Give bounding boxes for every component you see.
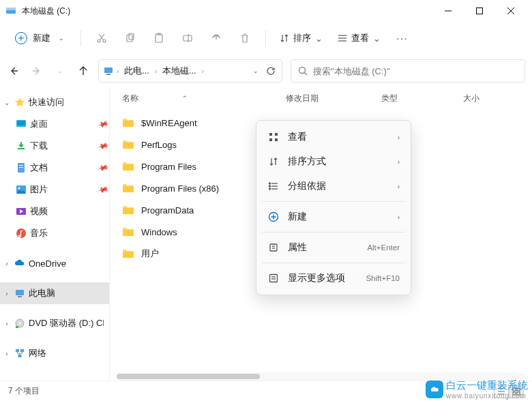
column-header-size[interactable]: 大小 [463,93,518,104]
watermark: 白云一键重装系统 www.baiyunxitong.com [426,379,528,400]
svg-rect-38 [269,133,272,136]
column-header-date[interactable]: 修改日期 [286,93,381,104]
svg-point-19 [299,68,306,74]
file-name: $WinREAgent [141,118,197,128]
music-icon [15,227,27,239]
sidebar-item-onedrive[interactable]: › OneDrive [0,252,109,274]
cut-button[interactable] [89,26,114,50]
file-list-pane: 名称⌃ 修改日期 类型 大小 $WinREAgentPerfLogsProgra… [109,87,532,381]
maximize-button[interactable] [464,0,495,22]
desktop-icon [15,118,27,130]
svg-rect-8 [127,35,132,42]
sidebar-item-label: DVD 驱动器 (D:) CP [29,317,104,329]
ctx-properties[interactable]: 属性 Alt+Enter [261,235,407,260]
sort-indicator-icon: ⌃ [182,95,188,102]
folder-icon [122,138,134,151]
pc-icon [14,287,26,299]
sidebar-item-network[interactable]: › 网络 [0,342,109,364]
address-dropdown[interactable]: ⌄ [253,68,258,74]
scrollbar-thumb[interactable] [117,374,260,379]
shortcut-text: Alt+Enter [367,243,400,252]
column-header-name[interactable]: 名称⌃ [122,93,286,104]
column-headers: 名称⌃ 修改日期 类型 大小 [110,87,532,109]
cloud-icon [14,257,26,269]
close-button[interactable] [495,0,527,22]
videos-icon [15,205,27,218]
group-icon [267,180,280,192]
view-button[interactable]: 查看 ⌄ [332,29,386,47]
sidebar-item-this-pc[interactable]: › 此电脑 [0,282,109,304]
sidebar-item-label: 此电脑 [29,287,55,299]
more-options-icon [267,272,280,284]
sidebar-item-label: 下载 [30,140,48,152]
svg-rect-31 [18,296,22,297]
chevron-right-icon: › [398,158,400,166]
chevron-down-icon: ⌄ [315,33,323,44]
pin-icon: 📌 [97,118,109,130]
sort-button[interactable]: 排序 ⌄ [274,29,328,47]
pin-icon: 📌 [97,162,109,174]
network-icon [14,347,26,359]
sidebar-item-documents[interactable]: 文档 📌 [0,157,109,179]
window-titlebar: 本地磁盘 (C:) [0,0,532,22]
svg-point-47 [269,188,271,190]
ctx-sort[interactable]: 排序方式 › [261,149,407,174]
share-button[interactable] [204,26,228,50]
svg-rect-36 [20,349,24,352]
ellipsis-icon: ··· [397,33,409,44]
context-menu: 查看 › 排序方式 › 分组依据 › 新建 › 属性 [256,120,411,295]
sidebar-item-label: 文档 [30,162,48,174]
sidebar-item-quick-access[interactable]: ⌄ 快速访问 [0,91,109,113]
copy-button[interactable] [118,26,143,50]
search-bar[interactable] [291,59,525,83]
sidebar-item-music[interactable]: 音乐 [0,222,109,244]
refresh-button[interactable] [264,64,278,78]
sidebar-item-videos[interactable]: 视频 [0,200,109,222]
breadcrumb-item[interactable]: 此电... [121,64,151,78]
delete-button[interactable] [233,26,257,50]
sidebar-item-desktop[interactable]: 桌面 📌 [0,113,109,135]
ctx-group[interactable]: 分组依据 › [261,174,407,198]
up-button[interactable] [76,64,90,78]
rename-button[interactable] [175,26,200,50]
folder-icon [122,160,134,173]
window-title: 本地磁盘 (C:) [22,5,432,17]
pictures-icon [15,183,27,196]
minimize-button[interactable] [432,0,464,22]
recent-button[interactable]: ⌄ [53,64,67,78]
back-button[interactable] [7,64,20,78]
search-input[interactable] [313,66,518,76]
chevron-right-icon: › [117,68,119,75]
sort-icon [267,155,280,168]
separator [80,30,81,46]
sidebar-item-label: 快速访问 [29,96,64,108]
navigation-row: ⌄ › 此电... › 本地磁... › ⌄ [0,55,532,87]
ctx-view[interactable]: 查看 › [261,125,407,149]
chevron-right-icon: › [398,183,400,190]
folder-icon [122,182,134,194]
address-bar[interactable]: › 此电... › 本地磁... › ⌄ [98,59,282,83]
plus-circle-icon [15,32,27,44]
ctx-more-options[interactable]: 显示更多选项 Shift+F10 [261,266,407,291]
file-name: Program Files (x86) [141,183,219,194]
new-button[interactable]: 新建 ⌄ [7,28,72,48]
chevron-right-icon: › [3,260,11,267]
forward-button[interactable] [30,64,44,78]
svg-point-33 [19,323,21,325]
more-button[interactable]: ··· [390,26,415,50]
sidebar-item-pictures[interactable]: 图片 📌 [0,179,109,200]
paste-button[interactable] [147,26,171,50]
svg-rect-40 [269,138,272,141]
svg-rect-3 [477,8,483,14]
column-header-type[interactable]: 类型 [381,93,463,104]
navigation-pane: ⌄ 快速访问 桌面 📌 下载 📌 文档 📌 图片 📌 视频 [0,87,109,381]
pc-icon [103,65,114,76]
sidebar-item-label: 音乐 [30,227,48,239]
sidebar-item-dvd[interactable]: › DVD 驱动器 (D:) CP [0,312,109,334]
breadcrumb-item[interactable]: 本地磁... [160,64,198,78]
sidebar-item-downloads[interactable]: 下载 📌 [0,135,109,157]
chevron-right-icon: › [3,350,11,357]
watermark-logo-icon [426,381,443,398]
sidebar-item-label: 图片 [30,183,48,196]
ctx-new[interactable]: 新建 › [261,205,407,229]
